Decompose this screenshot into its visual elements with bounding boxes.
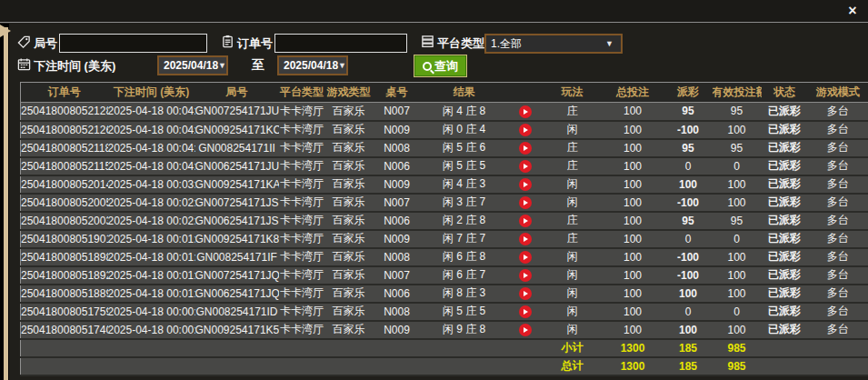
col-header-valid_bet: 有效投注额 xyxy=(713,83,762,103)
play-icon[interactable] xyxy=(519,178,532,191)
subtotal-row-status xyxy=(762,339,808,357)
total-row-result xyxy=(422,357,507,375)
date-to-value: 2025/04/18 xyxy=(284,59,338,72)
cell-result: 闲 5 庄 5 xyxy=(422,157,507,175)
cell-bet_side: 庄 xyxy=(544,103,602,121)
cell-bet_time: 2025-04-18 00:02:59 xyxy=(108,194,195,212)
col-header-status: 状态 xyxy=(762,83,808,103)
cell-total_bet: 100 xyxy=(602,230,664,248)
cell-table_no: N008 xyxy=(373,303,422,321)
cell-platform: 卡卡湾厅 xyxy=(279,248,325,266)
cell-payout: 100 xyxy=(664,321,713,339)
subtotal-row-payout: 185 xyxy=(664,339,713,357)
total-row-bet_side: 总计 xyxy=(544,357,602,375)
col-header-bet_side: 玩法 xyxy=(544,83,602,103)
subtotal-row-bet_time xyxy=(108,339,195,357)
cell-platform: 卡卡湾厅 xyxy=(279,121,325,139)
table-row: 2504180080517592025-04-18 00:00:12GN0082… xyxy=(21,303,868,321)
cell-table_no: N009 xyxy=(373,121,422,139)
cell-game_no: GN007254171JU xyxy=(195,103,279,121)
cell-payout: -100 xyxy=(664,248,713,266)
cell-game_no: GN009254171KA xyxy=(195,175,279,194)
cell-total_bet: 100 xyxy=(602,266,664,285)
play-icon[interactable] xyxy=(519,105,532,118)
cell-game_type: 百家乐 xyxy=(325,157,373,175)
cell-valid_bet: 100 xyxy=(713,321,762,339)
cell-total_bet: 100 xyxy=(602,157,664,175)
cell-status: 已派彩 xyxy=(762,321,808,339)
cell-total_bet: 100 xyxy=(602,175,664,194)
col-header-order_no: 订单号 xyxy=(21,83,108,103)
play-icon[interactable] xyxy=(519,233,532,245)
col-header-play xyxy=(507,83,544,103)
cell-status: 已派彩 xyxy=(762,157,808,175)
cell-play xyxy=(507,103,544,121)
cell-play xyxy=(507,212,544,230)
cell-mode: 多台 xyxy=(808,303,868,321)
close-icon[interactable]: × xyxy=(844,3,861,19)
cell-game_type: 百家乐 xyxy=(325,321,373,339)
cell-game_type: 百家乐 xyxy=(325,139,373,157)
cell-valid_bet: 100 xyxy=(713,248,762,266)
cell-game_type: 百家乐 xyxy=(325,303,373,321)
total-row-payout: 185 xyxy=(664,357,713,375)
play-icon[interactable] xyxy=(519,287,532,300)
cell-bet_side: 闲 xyxy=(544,303,602,321)
cell-play xyxy=(507,321,544,339)
cell-status: 已派彩 xyxy=(762,266,808,285)
cell-play xyxy=(507,194,544,212)
play-icon[interactable] xyxy=(519,142,532,155)
play-icon[interactable] xyxy=(519,324,532,336)
table-row: 2504180080520142025-04-18 00:03:03GN0092… xyxy=(21,175,868,194)
total-row-play xyxy=(507,357,544,375)
cell-table_no: N008 xyxy=(373,139,422,157)
order-no-input[interactable] xyxy=(274,34,407,53)
table-row: 2504180080518982025-04-18 00:01:51GN0082… xyxy=(21,248,868,266)
orders-table: 订单号下注时间 (美东)局号平台类型游戏类型桌号结果玩法总投注派彩有效投注额状态… xyxy=(20,82,868,376)
platform-type-select[interactable]: 1.全部 ▼ xyxy=(484,34,623,54)
cell-table_no: N007 xyxy=(373,194,422,212)
cell-play xyxy=(507,303,544,321)
cell-payout: 100 xyxy=(664,175,713,194)
play-icon[interactable] xyxy=(519,160,532,173)
list-icon xyxy=(421,35,434,52)
date-range-to-label: 至 xyxy=(252,57,264,74)
table-row: 2504180080521262025-04-18 00:04:24GN0092… xyxy=(21,121,868,139)
cell-status: 已派彩 xyxy=(762,285,808,303)
tag-icon xyxy=(17,35,31,53)
cell-table_no: N007 xyxy=(373,266,422,285)
play-icon[interactable] xyxy=(519,269,532,282)
search-button[interactable]: 查询 xyxy=(414,55,467,77)
platform-type-value: 1.全部 xyxy=(491,36,522,52)
play-icon[interactable] xyxy=(519,196,532,209)
cell-game_type: 百家乐 xyxy=(325,266,373,285)
cell-game_no: GN006254171JQ xyxy=(195,285,279,303)
play-icon[interactable] xyxy=(519,215,532,227)
cell-game_no: GN009254171KC xyxy=(195,121,279,139)
game-no-label: 局号 xyxy=(34,35,57,52)
play-icon[interactable] xyxy=(519,251,532,264)
game-no-input[interactable] xyxy=(59,34,207,53)
table-row: 2504180080518892025-04-18 00:01:46GN0062… xyxy=(21,285,868,303)
cell-valid_bet: 95 xyxy=(713,103,762,121)
table-row: 2504180080517402025-04-18 00:00:01GN0092… xyxy=(21,321,868,339)
play-icon[interactable] xyxy=(519,124,532,136)
subtotal-row-order_no xyxy=(21,339,108,357)
cell-total_bet: 100 xyxy=(602,121,664,139)
cell-total_bet: 100 xyxy=(602,103,664,121)
total-row-total_bet: 1300 xyxy=(602,357,664,375)
cell-game_no: GN006254171JS xyxy=(195,212,279,230)
cell-play xyxy=(507,285,544,303)
cell-bet_side: 闲 xyxy=(544,248,602,266)
cell-bet_side: 闲 xyxy=(544,194,602,212)
date-from-select[interactable]: 2025/04/18 ▼ xyxy=(157,55,228,75)
order-no-label: 订单号 xyxy=(237,35,273,52)
date-to-select[interactable]: 2025/04/18 ▼ xyxy=(277,55,348,75)
cell-result: 闲 9 庄 8 xyxy=(422,321,507,339)
cell-game_type: 百家乐 xyxy=(325,103,373,121)
play-icon[interactable] xyxy=(519,305,532,318)
cell-bet_side: 闲 xyxy=(544,285,602,303)
chevron-down-icon: ▼ xyxy=(338,61,346,70)
cell-platform: 卡卡湾厅 xyxy=(279,266,325,285)
cell-valid_bet: 100 xyxy=(713,175,762,194)
